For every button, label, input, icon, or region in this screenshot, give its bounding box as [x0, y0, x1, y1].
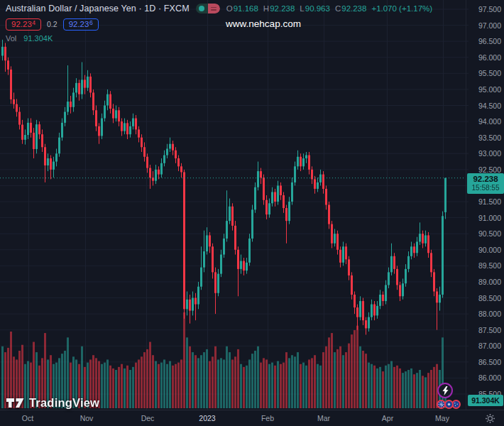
legend-visibility-toggle[interactable]	[196, 4, 220, 13]
candle-body	[200, 268, 202, 287]
volume-bar	[257, 346, 259, 408]
price-axis[interactable]: 97.50097.00096.50096.00095.50095.00094.5…	[466, 0, 504, 410]
volume-bar	[274, 366, 276, 408]
volume-bar	[1, 346, 4, 408]
candle-body	[109, 94, 111, 109]
volume-bar	[109, 366, 111, 408]
volume-bar	[214, 346, 217, 408]
candle-body	[388, 272, 390, 285]
volume-bar	[226, 346, 228, 408]
candle-body	[373, 305, 376, 316]
volume-bar	[240, 364, 242, 408]
candle-body	[385, 285, 387, 301]
volume-bar	[328, 337, 330, 408]
candle-body	[405, 269, 407, 283]
candle-body	[13, 99, 15, 104]
price-chart-canvas[interactable]	[0, 0, 504, 410]
ask-price: 92.23	[69, 20, 89, 28]
volume-bar	[311, 358, 313, 408]
bar-countdown-timer: 15:58:55	[467, 184, 504, 192]
candle-body	[439, 295, 441, 302]
volume-bar	[319, 366, 322, 408]
candle-body	[33, 133, 35, 149]
ohlc-pair: O91.168	[226, 4, 258, 13]
candle-body	[7, 60, 9, 70]
volume-bar	[308, 359, 310, 408]
aud-flag-icon[interactable]	[437, 400, 446, 409]
candle-body	[305, 155, 307, 159]
lightning-bolt-icon	[442, 386, 449, 395]
volume-bar	[126, 366, 128, 408]
volume-bar	[280, 364, 282, 408]
ohlc-values: O91.168H92.238L90.963C92.238+1.070 (+1.1…	[226, 4, 432, 13]
volume-bar	[405, 371, 407, 408]
volume-bar	[254, 351, 256, 408]
candle-body	[325, 189, 327, 205]
bid-price-badge[interactable]: 92.234	[6, 18, 41, 31]
candle-body	[351, 275, 353, 295]
candle-body	[234, 226, 236, 250]
volume-bar	[149, 342, 151, 408]
price-axis-label: 96.500	[478, 37, 501, 45]
candle-body	[376, 306, 378, 316]
candle-body	[348, 259, 350, 275]
candle-body	[89, 77, 92, 93]
volume-bar	[430, 370, 432, 408]
candle-body	[203, 251, 205, 268]
current-price-badge: 92.238 15:58:55	[467, 173, 504, 194]
price-axis-label: 90.000	[478, 246, 501, 254]
volume-bar	[422, 376, 424, 408]
price-axis-label: 87.000	[478, 342, 501, 350]
candle-body	[106, 94, 109, 106]
volume-bar	[416, 373, 418, 408]
time-axis[interactable]: OctNovDec2023FebMarAprMay	[0, 410, 504, 426]
volume-bar	[263, 358, 265, 408]
volume-bar	[104, 363, 106, 408]
time-axis-month-label: Apr	[382, 414, 393, 422]
candle-body	[433, 272, 435, 291]
tradingview-logo-link[interactable]: TradingView	[6, 396, 99, 410]
volume-axis-badge: 91.304K	[468, 395, 503, 406]
candle-body	[47, 158, 49, 165]
candle-body	[288, 202, 290, 221]
candle-body	[240, 261, 242, 269]
lightning-widget-button[interactable]	[437, 383, 453, 398]
volume-bar	[433, 367, 435, 408]
volume-bar	[396, 366, 398, 408]
volume-bar	[180, 359, 182, 408]
volume-bar	[305, 366, 307, 408]
volume-bar	[356, 326, 358, 408]
candle-body	[132, 119, 134, 126]
volume-bar	[348, 344, 350, 408]
volume-bar	[427, 373, 429, 408]
candle-body	[115, 110, 117, 118]
symbol-title[interactable]: Australian Dollar / Japanese Yen · 1D · …	[6, 4, 190, 13]
volume-bar	[260, 363, 262, 408]
candle-body	[271, 192, 273, 203]
candle-body	[53, 162, 55, 170]
volume-bar	[294, 356, 296, 408]
volume-bar	[106, 359, 109, 408]
candle-body	[209, 235, 211, 246]
time-axis-month-label: Dec	[141, 414, 155, 422]
settings-gear-button[interactable]	[484, 413, 496, 425]
candle-body	[277, 185, 279, 202]
volume-bar	[385, 366, 387, 408]
bid-price: 92.23	[11, 20, 32, 28]
candle-body	[317, 182, 319, 189]
volume-bar	[146, 349, 148, 408]
volume-indicator-label[interactable]: Vol	[6, 34, 16, 43]
ask-price-badge[interactable]: 92.236	[63, 18, 99, 31]
volume-bar	[203, 352, 205, 408]
volume-bar	[388, 364, 390, 408]
price-axis-label: 86.500	[478, 358, 501, 366]
volume-bar	[399, 368, 401, 408]
candle-body	[92, 92, 94, 110]
legend-row-volume: Vol 91.304K	[6, 34, 432, 43]
candle-body	[243, 261, 245, 271]
candle-body	[280, 185, 282, 195]
volume-bar	[300, 364, 302, 408]
spread-value: 0.2	[47, 20, 57, 28]
red-list-icon	[208, 4, 220, 13]
candle-body	[78, 83, 80, 94]
